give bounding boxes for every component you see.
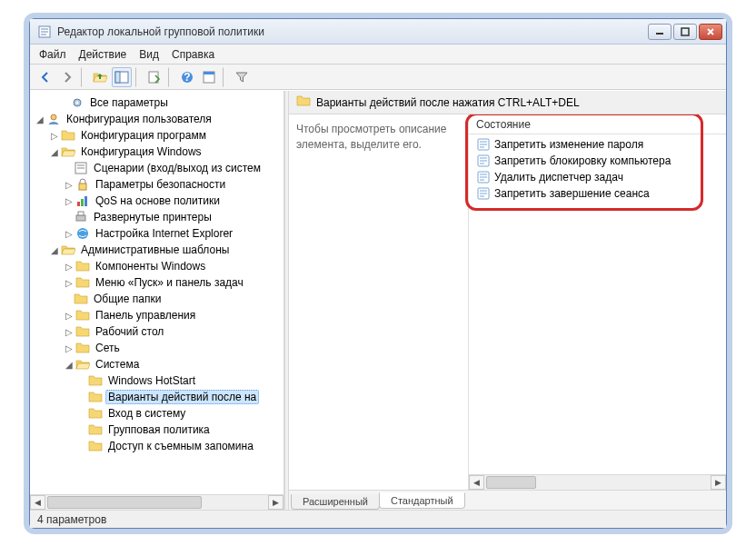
back-button[interactable] <box>35 67 55 87</box>
tree-node-ie[interactable]: ▷Настройка Internet Explorer <box>30 225 284 242</box>
app-icon <box>37 25 52 39</box>
tree-node-win-config[interactable]: ◢Конфигурация Windows <box>30 144 284 160</box>
list-hscroll[interactable]: ◀ ▶ <box>469 474 726 490</box>
filter-button[interactable] <box>232 67 252 87</box>
details-title: Варианты действий после нажатия CTRL+ALT… <box>316 96 580 109</box>
scroll-thumb[interactable] <box>486 476 536 489</box>
tree-node-control-panel[interactable]: ▷Панель управления <box>30 307 284 323</box>
tree-node-removable[interactable]: Доступ к съемным запомина <box>30 438 284 454</box>
description-text: Чтобы просмотреть описание элемента, выд… <box>296 123 446 151</box>
toolbar: ? <box>30 65 726 90</box>
tree-node-all-params[interactable]: Все параметры <box>30 94 284 111</box>
details-header: Варианты действий после нажатия CTRL+ALT… <box>289 91 726 114</box>
menubar: Файл Действие Вид Справка <box>30 45 726 65</box>
tab-extended[interactable]: Расширенный <box>291 494 380 510</box>
toolbar-separator <box>135 67 141 87</box>
tree-node-system[interactable]: ◢Система <box>30 356 284 372</box>
svg-rect-6 <box>115 72 120 83</box>
menu-help[interactable]: Справка <box>172 48 214 61</box>
tree-node-start-menu[interactable]: ▷Меню «Пуск» и панель задач <box>30 274 284 291</box>
tree-node-user-config[interactable]: ◢Конфигурация пользователя <box>30 111 284 127</box>
tree-node-desktop[interactable]: ▷Рабочий стол <box>30 323 284 340</box>
status-text: 4 параметров <box>37 513 106 526</box>
forward-button[interactable] <box>57 67 77 87</box>
tree-pane[interactable]: Все параметры ◢Конфигурация пользователя… <box>30 91 284 510</box>
properties-button[interactable] <box>199 67 219 87</box>
scroll-track[interactable] <box>45 495 268 510</box>
svg-point-20 <box>77 228 88 239</box>
menu-action[interactable]: Действие <box>79 48 127 61</box>
tree-node-logon[interactable]: Вход в систему <box>30 405 284 422</box>
folder-icon <box>296 94 311 111</box>
svg-rect-18 <box>76 215 85 221</box>
svg-rect-4 <box>681 28 689 35</box>
tree-node-gp[interactable]: Групповая политика <box>30 422 284 438</box>
svg-rect-15 <box>77 202 80 206</box>
tree-node-win-comp[interactable]: ▷Компоненты Windows <box>30 258 284 274</box>
scroll-right-button[interactable]: ▶ <box>711 475 726 490</box>
toolbar-separator <box>168 67 174 87</box>
details-pane: Варианты действий после нажатия CTRL+ALT… <box>289 91 726 510</box>
tree-node-cad-options[interactable]: Варианты действий после на <box>30 389 284 405</box>
tree-node-network[interactable]: ▷Сеть <box>30 340 284 356</box>
tab-standard[interactable]: Стандартный <box>379 492 465 509</box>
menu-file[interactable]: Файл <box>39 48 66 61</box>
statusbar: 4 параметров <box>30 510 726 528</box>
help-button[interactable]: ? <box>177 67 197 87</box>
tree-node-shared[interactable]: Общие папки <box>30 291 284 307</box>
view-tabs: Расширенный Стандартный <box>289 490 726 510</box>
policy-list[interactable]: Состояние Запретить изменение пароля Зап… <box>469 114 726 510</box>
svg-rect-19 <box>78 212 84 215</box>
window-title: Редактор локальной групповой политики <box>57 25 648 38</box>
toolbar-separator <box>81 67 86 87</box>
description-pane: Чтобы просмотреть описание элемента, выд… <box>289 114 469 510</box>
show-hide-tree-button[interactable] <box>112 67 132 87</box>
tree-node-qos[interactable]: ▷QoS на основе политики <box>30 193 284 209</box>
svg-rect-16 <box>81 199 84 206</box>
up-button[interactable] <box>90 67 110 87</box>
svg-rect-17 <box>85 196 87 206</box>
minimize-button[interactable] <box>648 24 671 40</box>
menu-view[interactable]: Вид <box>139 48 159 61</box>
highlight-annotation <box>465 114 703 211</box>
scroll-thumb[interactable] <box>47 496 202 509</box>
tree-node-printers[interactable]: Развернутые принтеры <box>30 209 284 225</box>
svg-rect-11 <box>204 72 214 74</box>
export-list-button[interactable] <box>144 67 164 87</box>
tree-node-prog-config[interactable]: ▷Конфигурация программ <box>30 127 284 144</box>
svg-rect-14 <box>79 184 86 190</box>
close-button[interactable] <box>699 24 722 40</box>
tree-node-scripts[interactable]: Сценарии (вход/выход из систем <box>30 160 284 176</box>
svg-point-12 <box>51 114 56 120</box>
toolbar-separator <box>223 67 228 87</box>
window-frame: Редактор локальной групповой политики Фа… <box>29 18 727 529</box>
maximize-button[interactable] <box>673 24 697 40</box>
scroll-left-button[interactable]: ◀ <box>469 475 484 490</box>
scroll-right-button[interactable]: ▶ <box>268 495 284 510</box>
titlebar[interactable]: Редактор локальной групповой политики <box>30 19 726 45</box>
tree-node-sec-params[interactable]: ▷Параметры безопасности <box>30 176 284 193</box>
scroll-left-button[interactable]: ◀ <box>30 495 45 510</box>
scroll-track[interactable] <box>484 475 711 490</box>
svg-text:?: ? <box>184 71 190 84</box>
tree-hscroll[interactable]: ◀ ▶ <box>30 494 284 510</box>
tree-node-hotstart[interactable]: Windows HotStart <box>30 372 284 389</box>
tree-node-admin-tmpl[interactable]: ◢Административные шаблоны <box>30 242 284 258</box>
